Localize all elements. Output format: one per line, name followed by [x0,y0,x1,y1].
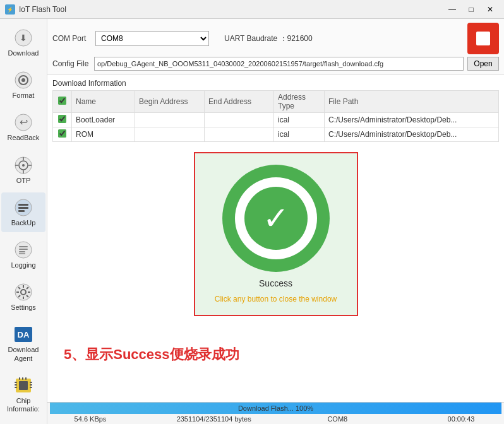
sidebar-item-download[interactable]: ⬇ Download [1,23,45,62]
row-name-1: ROM [72,127,135,142]
svg-rect-44 [30,387,32,388]
sidebar-item-otp[interactable]: OTP [1,150,45,190]
table-row: ROM ical C:/Users/Administrator/Desktop/… [53,127,499,142]
settings-icon [13,282,33,302]
sidebar-item-logging[interactable]: Logging [1,235,45,274]
sidebar-label-download: Download [8,49,39,57]
sidebar-item-backup[interactable]: BackUp [1,192,45,232]
sidebar-label-settings: Settings [11,303,36,312]
status-row: 54.6 KBps 2351104/2351104 bytes COM8 00:… [47,414,504,424]
sidebar-item-readback[interactable]: ↩ ReadBack [1,107,45,147]
sidebar-label-format: Format [13,91,35,100]
sidebar-item-format[interactable]: Format [1,65,45,105]
row-checkbox-0[interactable] [58,115,66,123]
row-type-0: ical [274,113,325,127]
row-begin-1 [135,127,205,142]
download-agent-icon: DA [13,324,33,344]
svg-rect-45 [19,377,20,380]
sidebar-label-backup: BackUp [11,219,36,227]
close-button[interactable]: ✕ [481,3,499,16]
svg-text:DA: DA [18,330,30,339]
sidebar-label-logging: Logging [11,261,35,269]
success-circle-check: ✓ [244,187,308,250]
progress-text: Download Flash... 100% [238,404,313,412]
sidebar-item-chip-info[interactable]: Chip Informatio: [1,370,45,418]
main-layout: ⬇ Download Format ↩ ReadBack [0,19,504,424]
sidebar-label-download-agent: Download Agent [8,346,39,362]
section-title: Download Information [52,79,499,88]
sidebar-item-about[interactable]: i About [1,421,45,424]
table-row: BootLoader ical C:/Users/Administrator/D… [53,113,499,127]
com-port-select[interactable]: COM8 [95,31,209,46]
download-info: Download Information Name Begin Address … [47,75,504,146]
sidebar-label-chip-info: Chip Informatio: [4,397,43,413]
success-subtitle: Click any button to close the window [215,295,337,303]
status-port: COM8 [299,415,375,423]
status-bytes: 2351104/2351104 bytes [176,415,252,423]
stop-button[interactable] [467,23,499,54]
svg-rect-42 [30,382,32,383]
content-area: COM Port COM8 UART Baudrate ：921600 Conf… [47,19,504,424]
svg-rect-38 [19,381,28,390]
svg-rect-40 [15,384,17,386]
sidebar-item-download-agent[interactable]: DA Download Agent [1,319,45,367]
col-header-begin: Begin Address [135,91,205,113]
maximize-button[interactable]: □ [462,3,480,16]
file-table: Name Begin Address End Address Address T… [52,90,499,142]
svg-point-11 [22,164,25,167]
svg-text:↩: ↩ [20,117,28,127]
success-title: Success [259,278,292,288]
config-file-label: Config File [52,59,90,68]
row-checkbox-1[interactable] [58,129,66,138]
open-button[interactable]: Open [467,57,499,71]
config-file-path[interactable] [94,57,464,71]
app-icon: ⚡ [5,4,15,15]
row-check-0 [53,113,72,127]
app-title: IoT Flash Tool [19,5,66,14]
stop-icon [476,32,490,45]
row-end-0 [205,113,274,127]
row-type-1: ical [274,127,325,142]
row-begin-0 [135,113,205,127]
otp-icon [13,155,33,175]
logging-icon [13,240,33,260]
row-check-1 [53,127,72,142]
progress-bar: Download Flash... 100% [50,403,501,414]
title-bar: ⚡ IoT Flash Tool — □ ✕ [0,0,504,19]
svg-rect-39 [15,382,17,383]
col-header-type: Address Type [274,91,325,113]
status-bar: Download Flash... 100% 54.6 KBps 2351104… [47,402,504,424]
chip-info-icon [13,375,33,396]
top-bar: COM Port COM8 UART Baudrate ：921600 Conf… [47,19,504,75]
checkmark-icon: ✓ [263,203,289,234]
minimize-button[interactable]: — [443,3,461,16]
status-time: 00:00:43 [423,415,499,423]
svg-rect-17 [18,204,28,206]
readback-icon: ↩ [13,112,33,132]
window-controls: — □ ✕ [443,3,499,16]
select-all-checkbox[interactable] [58,97,66,105]
col-header-path: File Path [325,91,499,113]
svg-text:⬇: ⬇ [20,33,27,43]
row-path-1: C:/Users/Administrator/Desktop/Deb... [325,127,499,142]
success-circle-inner: ✓ [235,177,317,259]
content-main: ✓ Success Click any button to close the … [47,146,504,402]
success-popup[interactable]: ✓ Success Click any button to close the … [194,152,358,316]
sidebar-item-settings[interactable]: Settings [1,277,45,317]
svg-rect-47 [25,377,27,380]
status-speed: 54.6 KBps [52,415,128,423]
svg-rect-41 [15,387,17,388]
svg-rect-19 [18,210,25,212]
sidebar-label-otp: OTP [16,177,31,185]
progress-bar-container: Download Flash... 100% [50,403,501,414]
format-icon [13,70,33,90]
row-path-0: C:/Users/Administrator/Desktop/Deb... [325,113,499,127]
col-header-check [53,91,72,113]
row-end-1 [205,127,274,142]
baud-rate-label: UART Baudrate ：921600 [224,33,313,44]
svg-point-6 [21,78,25,82]
col-header-name: Name [72,91,135,113]
svg-rect-23 [19,251,25,252]
svg-rect-43 [30,384,32,386]
success-overlay: ✓ Success Click any button to close the … [47,146,504,402]
